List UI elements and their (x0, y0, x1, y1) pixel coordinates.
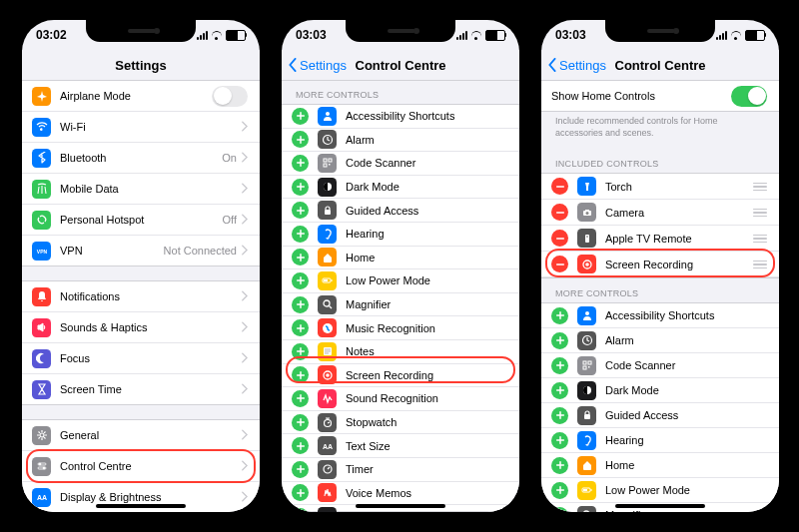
settings-row[interactable]: Screen Time (22, 374, 260, 404)
add-button[interactable] (292, 226, 309, 243)
reorder-handle[interactable] (747, 261, 767, 269)
back-button[interactable]: Settings (288, 58, 347, 73)
cellular-icon (716, 31, 727, 40)
reorder-handle[interactable] (747, 183, 767, 192)
control-row[interactable]: Screen Recording (282, 364, 519, 388)
settings-row[interactable]: Sounds & Haptics (22, 312, 260, 343)
control-row[interactable]: Magnifier (282, 293, 519, 317)
home-indicator[interactable] (96, 504, 186, 508)
add-button[interactable] (292, 437, 309, 454)
control-row[interactable]: Home (282, 247, 519, 270)
nav-bar: Settings Control Centre (541, 50, 779, 81)
control-row[interactable]: Sound Recognition (282, 387, 519, 411)
add-button[interactable] (551, 382, 568, 399)
reorder-handle[interactable] (747, 209, 767, 218)
control-row[interactable]: Dark Mode (282, 176, 519, 200)
control-row[interactable]: Alarm (282, 129, 519, 153)
add-button[interactable] (292, 155, 309, 172)
remove-button[interactable] (551, 230, 568, 247)
control-row[interactable]: Hearing (541, 428, 779, 453)
control-row[interactable]: Code Scanner (541, 353, 779, 378)
back-button[interactable]: Settings (547, 58, 606, 73)
control-row[interactable]: Accessibility Shortcuts (541, 303, 779, 328)
add-button[interactable] (551, 307, 568, 324)
control-row[interactable]: Timer (282, 458, 519, 482)
add-button[interactable] (551, 407, 568, 424)
switches-icon (32, 457, 51, 476)
remove-button[interactable] (551, 204, 568, 221)
add-button[interactable] (551, 357, 568, 374)
home-indicator[interactable] (615, 504, 705, 508)
control-row[interactable]: Notes (282, 340, 519, 364)
remove-button[interactable] (551, 256, 568, 272)
control-row[interactable]: Music Recognition (282, 316, 519, 340)
add-button[interactable] (292, 108, 309, 125)
page-title: Control Centre (356, 58, 446, 73)
settings-row[interactable]: Notifications (22, 281, 260, 312)
settings-row[interactable]: BluetoothOn (22, 143, 260, 174)
control-row[interactable]: Voice Memos (282, 482, 519, 506)
add-button[interactable] (292, 272, 309, 289)
magnify-icon (577, 506, 596, 512)
home-indicator[interactable] (356, 504, 445, 508)
row-label: Home (605, 459, 767, 471)
wifi-icon (470, 31, 482, 40)
settings-row[interactable]: Personal HotspotOff (22, 205, 260, 236)
clock: 03:03 (296, 28, 327, 42)
reorder-handle[interactable] (747, 235, 767, 244)
settings-row[interactable]: Mobile Data (22, 174, 260, 205)
control-row[interactable]: AAText Size (282, 434, 519, 458)
add-button[interactable] (292, 179, 309, 196)
control-row[interactable]: Camera (541, 200, 779, 226)
control-row[interactable]: Hearing (282, 223, 519, 247)
control-row[interactable]: Torch (541, 174, 779, 200)
add-button[interactable] (551, 507, 568, 512)
add-button[interactable] (292, 131, 309, 148)
control-row[interactable]: Home (541, 453, 779, 478)
add-button[interactable] (551, 482, 568, 499)
show-home-controls-row[interactable]: Show Home Controls (541, 81, 779, 111)
control-row[interactable]: Dark Mode (541, 378, 779, 403)
settings-row[interactable]: General (22, 420, 260, 451)
control-row[interactable]: Guided Access (541, 403, 779, 428)
svg-rect-27 (329, 164, 331, 166)
settings-row[interactable]: Control Centre (22, 451, 260, 482)
add-button[interactable] (292, 366, 309, 383)
control-row[interactable]: Apple TV Remote (541, 226, 779, 252)
add-button[interactable] (292, 202, 309, 219)
add-button[interactable] (292, 461, 309, 478)
add-button[interactable] (292, 508, 309, 512)
add-button[interactable] (292, 319, 309, 336)
chevron-right-icon (241, 287, 248, 305)
control-row[interactable]: Alarm (541, 328, 779, 353)
row-label: Accessibility Shortcuts (605, 309, 767, 321)
row-label: VPN (60, 245, 164, 257)
control-row[interactable]: Code Scanner (282, 152, 519, 176)
settings-row[interactable]: Airplane Mode (22, 81, 260, 112)
add-button[interactable] (551, 432, 568, 449)
add-button[interactable] (292, 414, 309, 431)
show-home-toggle[interactable] (731, 86, 767, 107)
control-row[interactable]: Guided Access (282, 199, 519, 223)
settings-row[interactable]: Focus (22, 343, 260, 374)
phone-control-centre-included: 03:03 Settings Control Centre Show Home … (535, 14, 785, 518)
add-button[interactable] (292, 249, 309, 266)
settings-row[interactable]: Wi-Fi (22, 112, 260, 143)
chevron-right-icon (241, 211, 248, 229)
row-label: Guided Access (346, 205, 507, 217)
add-button[interactable] (292, 296, 309, 313)
control-row[interactable]: Accessibility Shortcuts (282, 105, 519, 129)
add-button[interactable] (292, 484, 309, 501)
add-button[interactable] (292, 343, 309, 360)
add-button[interactable] (551, 457, 568, 474)
control-row[interactable]: Stopwatch (282, 411, 519, 435)
add-button[interactable] (292, 390, 309, 407)
control-row[interactable]: Screen Recording (541, 252, 779, 277)
control-row[interactable]: Low Power Mode (541, 478, 779, 503)
toggle[interactable] (212, 86, 248, 107)
notch (86, 20, 196, 42)
settings-row[interactable]: VPNVPNNot Connected (22, 236, 260, 266)
control-row[interactable]: Low Power Mode (282, 269, 519, 293)
add-button[interactable] (551, 332, 568, 349)
remove-button[interactable] (551, 178, 568, 195)
